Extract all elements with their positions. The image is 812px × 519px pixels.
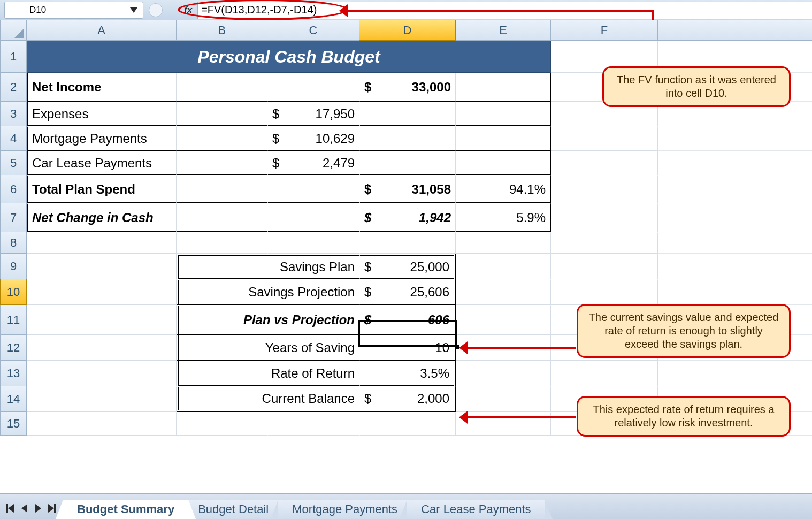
cell-E2[interactable] [456, 73, 551, 102]
cell-D14[interactable]: $2,000 [359, 386, 456, 412]
cell-E13[interactable] [456, 361, 551, 386]
cell-F5[interactable] [551, 151, 658, 175]
title-cell[interactable]: Personal Cash Budget [27, 41, 551, 73]
cell-F7[interactable] [551, 203, 658, 232]
cell-BC14[interactable]: Current Balance [177, 386, 359, 412]
cell-B5[interactable] [177, 151, 267, 175]
cell-A3[interactable]: Expenses [27, 102, 177, 126]
cell-E3[interactable] [456, 102, 551, 126]
col-header-D[interactable]: D [359, 20, 456, 41]
cell-B8[interactable] [177, 232, 267, 254]
tab-budget-summary[interactable]: Budget Summary [63, 500, 188, 519]
cell-BC13[interactable]: Rate of Return [177, 361, 359, 386]
cell-C4[interactable]: $10,629 [267, 126, 359, 151]
tab-prev-button[interactable] [18, 503, 30, 514]
col-header-E[interactable]: E [456, 20, 551, 41]
cell-A7[interactable]: Net Change in Cash [27, 203, 177, 232]
row-header-15[interactable]: 15 [0, 412, 27, 436]
cell-BC12[interactable]: Years of Saving [177, 335, 359, 361]
tab-mortgage-payments[interactable]: Mortgage Payments [278, 500, 411, 519]
cell-F4[interactable] [551, 126, 658, 151]
row-header-6[interactable]: 6 [0, 175, 27, 203]
cell-A12[interactable] [27, 335, 177, 361]
tab-budget-detail[interactable]: Budget Detail [184, 500, 282, 519]
cell-D13[interactable]: 3.5% [359, 361, 456, 386]
cell-B7[interactable] [177, 203, 267, 232]
select-all-corner[interactable] [0, 20, 27, 41]
col-header-B[interactable]: B [177, 20, 267, 41]
cell-B3[interactable] [177, 102, 267, 126]
row-header-5[interactable]: 5 [0, 151, 27, 175]
cell-E5[interactable] [456, 151, 551, 175]
row-header-1[interactable]: 1 [0, 41, 27, 73]
cell-B4[interactable] [177, 126, 267, 151]
cell-A9[interactable] [27, 254, 177, 279]
cell-A8[interactable] [27, 232, 177, 254]
row-header-9[interactable]: 9 [0, 254, 27, 279]
name-box-dropdown-icon[interactable] [130, 7, 137, 13]
row-header-2[interactable]: 2 [0, 73, 27, 102]
cell-A10[interactable] [27, 279, 177, 305]
cell-A15[interactable] [27, 412, 177, 436]
cell-A11[interactable] [27, 305, 177, 335]
cell-A5[interactable]: Car Lease Payments [27, 151, 177, 175]
cell-E8[interactable] [456, 232, 551, 254]
cell-E10[interactable] [456, 279, 551, 305]
cell-BC10[interactable]: Savings Projection [177, 279, 359, 305]
row-header-10[interactable]: 10 [0, 279, 27, 305]
cell-B6[interactable] [177, 175, 267, 203]
tab-first-button[interactable] [4, 503, 16, 514]
row-header-11[interactable]: 11 [0, 305, 27, 335]
cell-D10[interactable]: $25,606 [359, 279, 456, 305]
cell-E4[interactable] [456, 126, 551, 151]
cell-D5[interactable] [359, 151, 456, 175]
cell-B2[interactable] [177, 73, 267, 102]
cell-A6[interactable]: Total Plan Spend [27, 175, 177, 203]
cell-A4[interactable]: Mortgage Payments [27, 126, 177, 151]
col-header-F[interactable]: F [551, 20, 658, 41]
cell-D6[interactable]: $31,058 [359, 175, 456, 203]
cell-BC11[interactable]: Plan vs Projection [177, 305, 359, 335]
cell-E11[interactable] [456, 305, 551, 335]
cell-F10[interactable] [551, 279, 658, 305]
cell-C7[interactable] [267, 203, 359, 232]
cell-C3[interactable]: $17,950 [267, 102, 359, 126]
row-header-8[interactable]: 8 [0, 232, 27, 254]
col-header-C[interactable]: C [267, 20, 359, 41]
row-header-7[interactable]: 7 [0, 203, 27, 232]
cell-B15[interactable] [177, 412, 267, 436]
cell-A13[interactable] [27, 361, 177, 386]
cell-D4[interactable] [359, 126, 456, 151]
cell-F9[interactable] [551, 254, 658, 279]
cell-C8[interactable] [267, 232, 359, 254]
fx-icon[interactable]: fx [184, 5, 192, 16]
tab-next-button[interactable] [32, 503, 44, 514]
row-header-4[interactable]: 4 [0, 126, 27, 151]
tab-car-lease-payments[interactable]: Car Lease Payments [407, 500, 545, 519]
row-header-3[interactable]: 3 [0, 102, 27, 126]
cell-E9[interactable] [456, 254, 551, 279]
cell-D15[interactable] [359, 412, 456, 436]
cell-C15[interactable] [267, 412, 359, 436]
cell-C5[interactable]: $2,479 [267, 151, 359, 175]
cell-D11[interactable]: $606 [359, 305, 456, 335]
name-box[interactable]: D10 [4, 2, 143, 19]
cell-BC9[interactable]: Savings Plan [177, 254, 359, 279]
cell-F13[interactable] [551, 361, 658, 386]
cell-C6[interactable] [267, 175, 359, 203]
col-header-A[interactable]: A [27, 20, 177, 41]
cell-D2[interactable]: $33,000 [359, 73, 456, 102]
row-header-13[interactable]: 13 [0, 361, 27, 386]
cell-D7[interactable]: $1,942 [359, 203, 456, 232]
cell-A2[interactable]: Net Income [27, 73, 177, 102]
cell-D3[interactable] [359, 102, 456, 126]
cell-E7[interactable]: 5.9% [456, 203, 551, 232]
cell-A14[interactable] [27, 386, 177, 412]
cell-D8[interactable] [359, 232, 456, 254]
cell-E6[interactable]: 94.1% [456, 175, 551, 203]
cancel-formula-button[interactable] [149, 3, 163, 17]
cell-E15[interactable] [456, 412, 551, 436]
cell-D9[interactable]: $25,000 [359, 254, 456, 279]
row-header-14[interactable]: 14 [0, 386, 27, 412]
cell-C2[interactable] [267, 73, 359, 102]
